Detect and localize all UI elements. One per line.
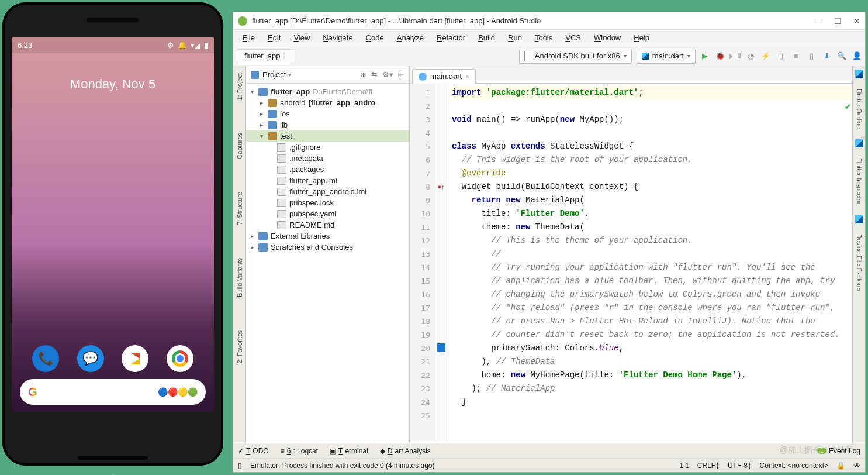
menu-help[interactable]: Help [628,32,655,43]
assistant-icon[interactable]: 🔵🔴🟡🟢 [158,387,198,397]
hide-icon[interactable]: ⇤ [398,70,404,79]
bell-icon: 🔔 [178,41,187,50]
menu-code[interactable]: Code [360,32,390,43]
goto-icon[interactable]: 🔒 [836,462,845,470]
editor: main.dart × 1234567891011121314151617181… [410,66,852,443]
google-search-bar[interactable]: G 🔵🔴🟡🟢 [20,379,206,405]
right-tab-flutteroutline[interactable]: Flutter Outline [856,85,863,132]
chrome-app-icon[interactable] [167,345,193,372]
tree-item-lib[interactable]: ▸ lib [246,119,409,130]
project-view-icon [251,71,259,79]
run-button[interactable]: ▶ [700,51,710,61]
watermark: @稀土掘金技术社区 [780,445,853,456]
line-separator[interactable]: CRLF‡ [697,462,720,470]
right-tool-strip: Flutter OutlineFlutter InspectorDevice F… [852,66,865,443]
menu-analyze[interactable]: Analyze [391,32,430,43]
minimize-button[interactable]: — [814,16,822,26]
stop-button[interactable]: ■ [791,51,801,61]
project-tree[interactable]: ▾ flutter_app D:\Flutter\Demo\fl▸ androi… [246,84,409,443]
device-selector[interactable]: Android SDK built for x86 ▾ [519,49,632,64]
phone-app-icon[interactable]: 📞 [32,345,59,372]
window-title: flutter_app [D:\Flutter\Demo\flutter_app… [252,16,810,25]
menu-vcs[interactable]: VCS [559,32,587,43]
menu-window[interactable]: Window [588,32,627,43]
right-tab-devicefileexplorer[interactable]: Device File Explorer [856,230,863,295]
right-tab-flutterinspector[interactable]: Flutter Inspector [856,154,863,208]
menu-view[interactable]: View [288,32,316,43]
account-icon[interactable]: 👤 [852,51,862,61]
menu-tools[interactable]: Tools [529,32,558,43]
left-tab-project[interactable]: 1: Project [236,68,243,105]
gear-icon[interactable]: ⚙▾ [382,70,393,79]
menu-refactor[interactable]: Refactor [431,32,471,43]
context-label[interactable]: Context: <no context> [760,462,828,470]
scroll-to-source-icon[interactable]: ⊕ [360,70,366,79]
file-encoding[interactable]: UTF-8‡ [728,462,752,470]
collapse-icon[interactable]: ⇆ [371,70,378,79]
phone-bezel-top [2,2,223,37]
android-studio-icon [238,16,247,26]
tree-item-flutterappandroidiml[interactable]: flutter_app_android.iml [246,186,409,197]
left-tab-captures[interactable]: Captures [236,128,243,164]
menu-file[interactable]: File [237,32,261,43]
tree-item-READMEmd[interactable]: README.md [246,219,409,230]
tree-item-ios[interactable]: ▸ ios [246,108,409,119]
tree-item-packages[interactable]: .packages [246,164,409,175]
left-tab-buildvariants[interactable]: Build Variants [236,253,243,302]
flutter-icon [642,53,649,60]
profile-button[interactable]: ⏵⏸ [731,51,740,61]
android-navbar: ◁ ◯ □ [2,466,223,475]
tree-item-android[interactable]: ▸ android [flutter_app_andro [246,97,409,108]
tree-item-metadata[interactable]: .metadata [246,153,409,164]
left-tab-structure[interactable]: 7: Structure [236,187,243,230]
nav-back[interactable]: ◁ [35,473,42,476]
attach-button[interactable]: ▯ [776,51,786,61]
project-view-selector[interactable]: Project ▾ [262,70,291,79]
tree-item-pubspecyaml[interactable]: pubspec.yaml [246,208,409,219]
editor-tab-main[interactable]: main.dart × [412,69,476,84]
code-content[interactable]: import 'package:flutter/material.dart'; … [447,84,852,443]
menu-edit[interactable]: Edit [262,32,286,43]
debug-button[interactable]: 🐞 [715,51,725,61]
line-numbers: 1234567891011121314151617181920212223242… [410,84,435,443]
close-tab-icon[interactable]: × [465,73,469,81]
window-titlebar: flutter_app [D:\Flutter\Demo\flutter_app… [233,12,865,30]
search-icon[interactable]: 🔍 [837,51,846,61]
hot-reload-button[interactable]: ⚡ [761,51,770,61]
nav-home[interactable]: ◯ [108,473,119,476]
inspector-icon[interactable]: 👁 [853,462,860,470]
run-config-selector[interactable]: main.dart ▾ [637,49,696,64]
sdk-button[interactable]: ⬇ [822,51,831,61]
left-tab-favorites[interactable]: 2: Favorites [236,325,243,368]
tree-ext_lib[interactable]: ▸ External Libraries [246,230,409,242]
status-bar: ▯ Emulator: Process finished with exit c… [233,458,865,472]
close-button[interactable]: ✕ [853,16,860,26]
bottom-tab-terminal[interactable]: ▣ Terminal [330,447,368,455]
messages-app-icon[interactable]: 💬 [77,345,104,372]
android-statusbar: 6:23 ⚙🔔▾◢▮ [12,37,214,53]
menu-build[interactable]: Build [472,32,501,43]
phone-screen[interactable]: 6:23 ⚙🔔▾◢▮ Monday, Nov 5 📞 💬 G 🔵🔴🟡🟢 [12,37,214,412]
caret-position[interactable]: 1:1 [679,462,689,470]
dart-file-icon [419,73,427,81]
tree-item-gitignore[interactable]: .gitignore [246,142,409,153]
bottom-tab-dartanalysis[interactable]: ◆ Dart Analysis [380,447,431,455]
tree-item-flutterappiml[interactable]: flutter_app.iml [246,175,409,186]
breadcrumb[interactable]: flutter_app 〉 [237,49,295,63]
main-menu: FileEditViewNavigateCodeAnalyzeRefactorB… [233,30,865,46]
play-store-icon[interactable] [122,345,148,372]
bottom-tab-todo[interactable]: ✓ TODO [238,447,269,455]
maximize-button[interactable]: ☐ [834,16,842,26]
android-studio-window: flutter_app [D:\Flutter\Demo\flutter_app… [233,12,866,473]
coverage-button[interactable]: ◔ [746,51,755,61]
tree-scratches[interactable]: ▸ Scratches and Consoles [246,242,409,253]
bottom-tab-logcat[interactable]: ≡ 6: Logcat [281,447,318,455]
menu-navigate[interactable]: Navigate [317,32,358,43]
main-toolbar: flutter_app 〉 Android SDK built for x86 … [233,46,865,66]
tree-item-test[interactable]: ▾ test [246,130,409,142]
gutter-markers: ●↑ [435,84,447,443]
menu-run[interactable]: Run [502,32,528,43]
avd-button[interactable]: ▯ [807,51,816,61]
tree-root[interactable]: ▾ flutter_app D:\Flutter\Demo\fl [246,86,409,97]
tree-item-pubspeclock[interactable]: pubspec.lock [246,197,409,208]
